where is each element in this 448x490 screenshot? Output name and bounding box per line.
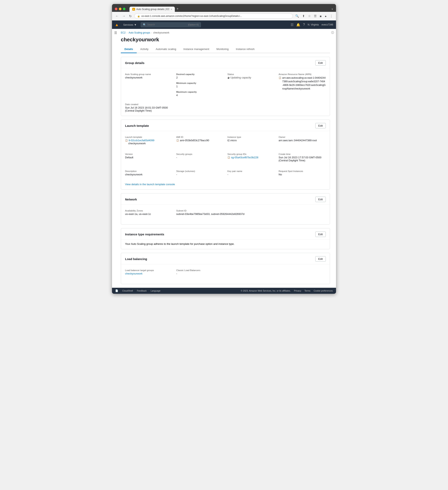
security-groups-label: Security groups [176, 153, 223, 155]
copyright-text: © 2023, Amazon Web Services, Inc. or its… [241, 289, 291, 292]
close-traffic-light[interactable] [115, 8, 117, 10]
content-wrapper: EC2 › Auto Scaling groups › checkyourwor… [119, 29, 330, 288]
copy-arn-icon[interactable]: 📋 [279, 77, 281, 79]
language-link[interactable]: Language [151, 289, 161, 292]
search-magnifier-icon: 🔍 [143, 23, 146, 26]
asg-name-label: Auto Scaling group name [125, 73, 172, 75]
request-spot-value: No [279, 173, 326, 176]
launch-template-name: checkyourwork [125, 142, 172, 145]
browser-toolbar: ← → ↻ 🔒 us-east-1.console.aws.amazon.com… [112, 12, 336, 20]
instance-type-requirements-title: Instance type requirements [125, 233, 164, 236]
minimum-capacity-label: Minimum capacity [176, 82, 223, 84]
privacy-link[interactable]: Privacy [294, 289, 301, 292]
view-launch-template-link[interactable]: View details in the launch template cons… [125, 183, 175, 186]
lock-icon: 🔒 [137, 15, 140, 18]
search-shortcut-hint: [Option+S] [188, 24, 199, 26]
launch-template-edit-button[interactable]: Edit [315, 123, 326, 128]
copy-sg-icon: 📋 [228, 156, 230, 159]
breadcrumb-current: checkyourwork [153, 31, 169, 34]
sidebar-toggle[interactable]: ☰ [112, 29, 119, 37]
user-account[interactable]: evecs7346 [322, 23, 333, 26]
instance-type-requirements-card: Instance type requirements Edit Your Aut… [121, 228, 330, 249]
network-card: Network Edit Availability Zones us-east-… [121, 193, 330, 225]
tab-details[interactable]: Details [121, 45, 137, 53]
address-bar[interactable]: 🔒 us-east-1.console.aws.amazon.com/ec2/h… [134, 13, 293, 19]
instance-type-value: t2.micro [228, 139, 275, 142]
load-balancing-edit-button[interactable]: Edit [315, 256, 326, 262]
region-selector[interactable]: N. Virginia [308, 23, 319, 26]
target-groups-value[interactable]: checkyourwork [125, 272, 142, 275]
aws-search-bar[interactable]: 🔍 [Option+S] [141, 22, 201, 27]
aws-main: ☰ EC2 › Auto Scaling groups › checkyourw… [112, 29, 336, 288]
tab-activity[interactable]: Activity [137, 45, 152, 53]
search-input[interactable] [147, 23, 187, 26]
refresh-button[interactable]: ↻ [128, 14, 133, 18]
traffic-lights [115, 8, 125, 10]
target-groups-label: Load balancer target groups [125, 269, 172, 271]
share-icon[interactable]: ⬆ [301, 14, 306, 18]
bookmarks-list-icon[interactable]: ☰ [313, 14, 317, 18]
aws-nav-right: ☷ 🔔 ? N. Virginia evecs7346 [291, 23, 333, 27]
tab-automatic-scaling[interactable]: Automatic scaling [152, 45, 180, 53]
version-field: Version Default [125, 153, 172, 162]
status-label: Status [228, 73, 275, 75]
ami-id-value: ami-053b0d53c279acc90 [180, 139, 209, 142]
bookmark-icon[interactable]: ☆ [307, 14, 312, 18]
toolbar-icons: 🔍 ⬆ ☆ ☰ ■ ● ⋮ [294, 14, 334, 18]
tab-instance-refresh[interactable]: Instance refresh [232, 45, 258, 53]
page-info-icon[interactable]: ⓘ [331, 31, 334, 34]
tab-monitoring[interactable]: Monitoring [213, 45, 232, 53]
classic-lb-field: Classic Load Balancers - [176, 269, 223, 275]
desired-capacity-value: 2 [176, 76, 223, 79]
network-edit-button[interactable]: Edit [315, 197, 326, 202]
arn-field: Amazon Resource Name (ARN) 📋 arn:aws:aut… [279, 73, 326, 97]
instance-type-field: Instance type t2.micro [228, 136, 275, 145]
description-label: Description [125, 170, 172, 172]
maximum-capacity-value: 4 [176, 94, 223, 97]
instance-type-label: Instance type [228, 136, 275, 138]
sidebar-view-icon[interactable]: ■ [319, 14, 322, 18]
description-field: Description checkyourwork [125, 170, 172, 176]
tab-close-button[interactable]: × [171, 8, 172, 10]
instance-type-requirements-edit-button[interactable]: Edit [315, 232, 326, 237]
new-tab-button[interactable]: + [175, 6, 180, 12]
cloudshell-icon: 📄 [115, 289, 118, 292]
launch-template-id[interactable]: lt-02ccb1ecfa65d4099 [129, 139, 154, 142]
menu-icon[interactable]: ⋮ [329, 14, 334, 18]
cookie-preferences-link[interactable]: Cookie preferences [314, 289, 333, 292]
security-group-id-value[interactable]: sg-05a43cef87bc0b228 [231, 156, 258, 159]
user-profile-icon[interactable]: ● [324, 14, 327, 18]
cloudshell-link[interactable]: CloudShell [122, 289, 133, 292]
grid-icon[interactable]: ☷ [291, 23, 293, 27]
search-icon[interactable]: 🔍 [294, 14, 300, 18]
minimize-traffic-light[interactable] [119, 8, 122, 10]
storage-field: Storage (volumes) - [176, 170, 223, 176]
services-label: Services [123, 23, 133, 26]
active-tab[interactable]: A Auto Scaling group details | EC × [130, 7, 175, 12]
group-details-edit-button[interactable]: Edit [315, 60, 326, 66]
aws-footer: 📄 CloudShell Feedback Language © 2023, A… [112, 288, 336, 294]
aws-nav: ▲ Services ▼ 🔍 [Option+S] ☷ 🔔 ? N. Virgi… [112, 20, 336, 29]
security-groups-field: Security groups - [176, 153, 223, 162]
bell-icon[interactable]: 🔔 [296, 23, 300, 27]
breadcrumb-ec2[interactable]: EC2 [121, 31, 125, 34]
ami-id-field: AMI ID 📋 ami-053b0d53c279acc90 [176, 136, 223, 145]
description-value: checkyourwork [125, 173, 172, 176]
owner-field: Owner arn:aws:iam::044042447389:root [279, 136, 326, 145]
url-text: us-east-1.console.aws.amazon.com/ec2/hom… [141, 15, 242, 18]
create-time-value: Sun Jul 16 2023 17:57:03 GMT-0500 (Centr… [279, 156, 326, 162]
services-menu[interactable]: Services ▼ [121, 23, 139, 26]
owner-value: arn:aws:iam::044042447389:root [279, 139, 326, 142]
feedback-link[interactable]: Feedback [137, 289, 147, 292]
help-icon[interactable]: ? [303, 23, 305, 26]
forward-button[interactable]: → [121, 14, 126, 18]
window-expand-button[interactable]: ∨ [331, 8, 333, 10]
breadcrumb-auto-scaling[interactable]: Auto Scaling groups [129, 31, 150, 34]
tab-instance-management[interactable]: Instance management [180, 45, 213, 53]
breadcrumb-sep-1: › [127, 32, 127, 34]
terms-link[interactable]: Terms [305, 289, 310, 292]
subnet-id-label: Subnet ID [176, 210, 326, 212]
subnet-id-field: Subnet ID subnet-03e4be7985be73d33, subn… [176, 210, 326, 216]
back-button[interactable]: ← [114, 14, 120, 18]
maximize-traffic-light[interactable] [123, 8, 125, 10]
